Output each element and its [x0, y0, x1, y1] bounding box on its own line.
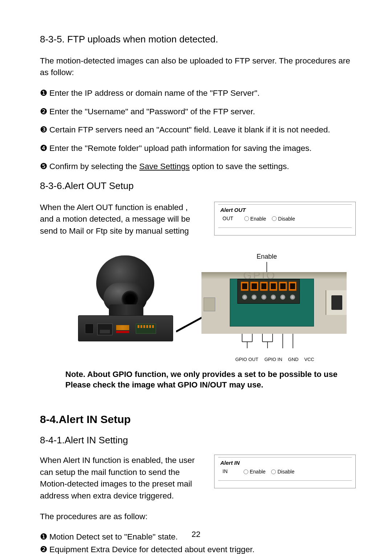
enable-label: Enable — [187, 252, 347, 261]
procedures-intro: The procedures are as follow: — [40, 511, 356, 523]
ftp-step-5: ❺Confirm by selecting the Save Settings … — [40, 161, 356, 173]
step-text: Equipment Extra Device for detected abou… — [49, 545, 254, 554]
bullet-icon: ❺ — [40, 161, 49, 173]
ftp-step-4: ❹Enter the "Remote folder" upload path i… — [40, 143, 356, 155]
radio-icon[interactable] — [272, 216, 277, 221]
gpio-in-label: GPIO IN — [263, 356, 283, 363]
step-text-b: option to save the settings. — [189, 162, 289, 171]
alert-in-para: When Alert IN function is enabled, the u… — [40, 455, 200, 502]
manual-page: 8-3-5. FTP uploads when motion detected.… — [0, 0, 392, 554]
gpio-pin-diagram — [201, 334, 347, 357]
step-text: Certain FTP servers need an "Account" fi… — [49, 125, 330, 134]
heading-8-4-1: 8-4-1.Alert IN Setting — [40, 434, 356, 447]
enable-callout-line — [201, 262, 347, 272]
camera-illustration — [74, 255, 180, 342]
ftp-intro: The motion-detected images can also be u… — [40, 55, 356, 79]
ftp-step-1: ❶Enter the IP address or domain name of … — [40, 87, 356, 99]
heading-8-3-6: 8-3-6.Alert OUT Setup — [40, 179, 356, 193]
heading-8-4: 8-4.Alert IN Setup — [40, 411, 356, 427]
alert-out-para: When the Alert OUT function is enabled ,… — [40, 202, 200, 237]
alert-in-title: Alert IN — [220, 459, 352, 467]
bullet-icon: ❸ — [40, 124, 49, 136]
alert-in-step-2: ❷Equipment Extra Device for detected abo… — [40, 544, 356, 554]
disable-radio-label: Disable — [277, 469, 294, 475]
note-line-2: Please check the image what GPIO IN/OUT … — [65, 380, 263, 389]
gpio-out-label: GPIO OUT — [234, 356, 260, 363]
alert-out-label: OUT — [222, 215, 233, 222]
alert-out-box: Alert OUT OUT Enable Disable — [214, 202, 356, 235]
disable-radio-label: Disable — [278, 216, 295, 222]
radio-icon[interactable] — [244, 469, 248, 474]
step-text-a: Confirm by selecting the — [49, 162, 139, 171]
alert-out-title: Alert OUT — [220, 206, 352, 214]
step-text: Enter the IP address or domain name of t… — [49, 89, 260, 98]
gpio-gnd-label: GND — [287, 356, 299, 363]
save-settings-text: Save Settings — [139, 162, 190, 171]
radio-icon[interactable] — [271, 469, 276, 474]
ftp-step-2: ❷Enter the "Username" and "Password" of … — [40, 106, 356, 118]
bullet-icon: ❹ — [40, 143, 49, 155]
gpio-figure: Enable GPIO — [40, 252, 356, 363]
bullet-icon: ❷ — [40, 106, 49, 118]
gpio-vcc-label: VCC — [303, 356, 315, 363]
gpio-illustration: Enable GPIO — [201, 252, 347, 363]
step-text: Enter the "Remote folder" upload path in… — [49, 144, 312, 153]
ftp-step-3: ❸Certain FTP servers need an "Account" f… — [40, 124, 356, 136]
page-number: 22 — [0, 529, 392, 540]
bullet-icon: ❷ — [40, 544, 49, 554]
enable-radio-label: Enable — [250, 469, 266, 475]
bullet-icon: ❶ — [40, 87, 49, 99]
note-line-1: Note. About GPIO function, we only provi… — [65, 370, 338, 379]
heading-8-3-5: 8-3-5. FTP uploads when motion detected. — [40, 33, 356, 46]
alert-in-label: IN — [222, 468, 233, 475]
gpio-note: Note. About GPIO function, we only provi… — [65, 369, 356, 390]
enable-radio-label: Enable — [250, 216, 266, 222]
radio-icon[interactable] — [244, 216, 249, 221]
step-text: Enter the "Username" and "Password" of t… — [49, 107, 255, 116]
alert-in-box: Alert IN IN Enable Disable — [214, 455, 356, 488]
